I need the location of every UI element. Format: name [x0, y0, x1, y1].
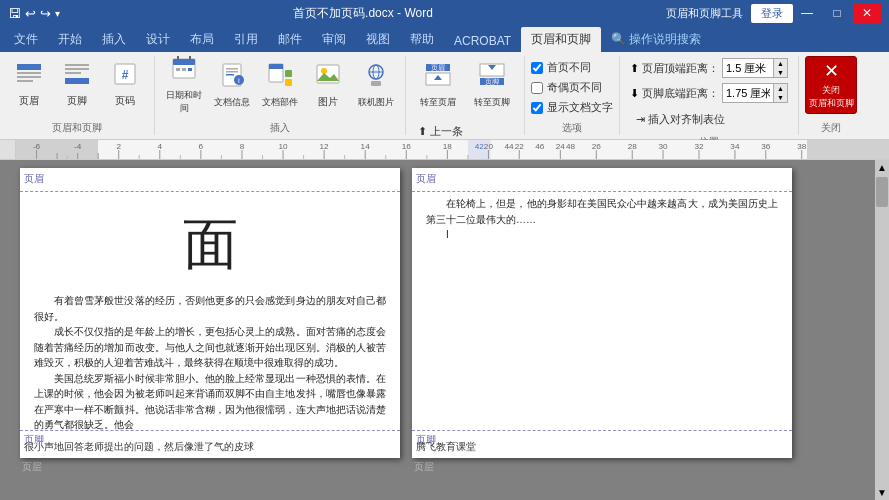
svg-rect-1: [17, 72, 41, 74]
close-window-button[interactable]: ✕: [853, 3, 881, 23]
save-icon[interactable]: 🖫: [8, 6, 21, 21]
odd-even-checkbox[interactable]: [531, 82, 543, 94]
ruler-svg: -6 -4 2 4 6 8 10 12 14: [16, 140, 889, 160]
minimize-button[interactable]: —: [793, 3, 821, 23]
docparts-icon: [266, 62, 294, 94]
page-bottom-icon: ⬇: [630, 87, 639, 100]
page-2-wrapper: 页眉 在轮椅上，但是，他的身影却在美国民众心中越来越高大，成为美国历史上第三十二…: [412, 168, 792, 474]
top-margin-input[interactable]: [723, 59, 773, 77]
group-label-close: 关闭: [805, 119, 857, 135]
show-doc-text-checkbox-row[interactable]: 显示文档文字: [531, 100, 613, 115]
online-image-button[interactable]: 联机图片: [353, 56, 399, 114]
docparts-button[interactable]: 文档部件: [257, 56, 303, 114]
tab-design[interactable]: 设计: [136, 27, 180, 52]
scroll-thumb[interactable]: [876, 177, 888, 207]
tab-search[interactable]: 🔍 操作说明搜索: [601, 27, 711, 52]
svg-text:页眉: 页眉: [431, 64, 445, 72]
align-tab-button[interactable]: ⇥ 插入对齐制表位: [630, 108, 731, 131]
svg-text:#: #: [122, 68, 129, 82]
goto-footer-button[interactable]: 页脚 转至页脚: [466, 56, 518, 114]
show-doc-text-checkbox[interactable]: [531, 102, 543, 114]
page-1-bottom-label: 页层: [20, 460, 400, 474]
tab-ref[interactable]: 引用: [224, 27, 268, 52]
bottom-margin-input[interactable]: [723, 84, 773, 102]
svg-text:22: 22: [515, 142, 525, 151]
docinfo-label: 文档信息: [214, 96, 250, 109]
first-diff-checkbox-row[interactable]: 首页不同: [531, 60, 591, 75]
tab-home[interactable]: 开始: [48, 27, 92, 52]
first-diff-label: 首页不同: [547, 60, 591, 75]
ribbon-group-position-content: ⬆ 页眉顶端距离： ▲ ▼ ⬇ 页脚底端距离： ▲ ▼: [626, 56, 792, 133]
align-tab-label: 插入对齐制表位: [648, 112, 725, 127]
login-button[interactable]: 登录: [751, 4, 793, 23]
first-diff-checkbox[interactable]: [531, 62, 543, 74]
ribbon-group-options-content: 首页不同 奇偶页不同 显示文档文字: [531, 56, 613, 119]
ruler: -6 -4 2 4 6 8 10 12 14: [0, 140, 889, 160]
tab-layout[interactable]: 布局: [180, 27, 224, 52]
page-num-icon: #: [111, 62, 139, 92]
page-num-button[interactable]: # 页码: [102, 56, 148, 114]
image-button[interactable]: 图片: [305, 56, 351, 114]
tab-mail[interactable]: 邮件: [268, 27, 312, 52]
group-label-hf: 页眉和页脚: [6, 119, 148, 135]
svg-text:44: 44: [504, 142, 514, 151]
scroll-up-button[interactable]: ▲: [875, 160, 889, 175]
scroll-down-button[interactable]: ▼: [875, 485, 889, 500]
show-doc-text-label: 显示文档文字: [547, 100, 613, 115]
close-hf-label: 关闭页眉和页脚: [809, 84, 854, 110]
svg-text:i: i: [238, 76, 240, 85]
redo-icon[interactable]: ↪: [40, 6, 51, 21]
page-1-header[interactable]: 页眉: [20, 168, 400, 192]
odd-even-checkbox-row[interactable]: 奇偶页不同: [531, 80, 602, 95]
header-button[interactable]: 页眉: [6, 56, 52, 114]
maximize-button[interactable]: □: [823, 3, 851, 23]
page-2-footer[interactable]: 页脚 腾飞教育课堂: [412, 430, 792, 458]
vertical-scrollbar[interactable]: ▲ ▼: [875, 160, 889, 500]
page-1-line-2: 成长不仅仅指的是年龄上的增长，更包括心灵上的成熟。面对苦痛的态度会随着苦痛经历的…: [34, 324, 386, 371]
top-margin-up[interactable]: ▲: [773, 59, 787, 68]
bottom-margin-row: ⬇ 页脚底端距离： ▲ ▼: [630, 83, 788, 103]
page-2-header[interactable]: 页眉: [412, 168, 792, 192]
tab-review[interactable]: 审阅: [312, 27, 356, 52]
text-cursor: I: [446, 229, 449, 240]
svg-rect-25: [285, 70, 292, 77]
undo-icon[interactable]: ↩: [25, 6, 36, 21]
image-icon: [314, 61, 342, 93]
datetime-button[interactable]: 日期和时间: [161, 56, 207, 114]
tab-header-footer[interactable]: 页眉和页脚: [521, 27, 601, 52]
close-header-footer-button[interactable]: ✕ 关闭页眉和页脚: [805, 56, 857, 114]
page-2: 页眉 在轮椅上，但是，他的身影却在美国民众心中越来越高大，成为美国历史上第三十二…: [412, 168, 792, 458]
odd-even-label: 奇偶页不同: [547, 80, 602, 95]
tab-insert[interactable]: 插入: [92, 27, 136, 52]
svg-text:8: 8: [240, 142, 245, 151]
tab-acrobat[interactable]: ACROBAT: [444, 30, 521, 52]
top-margin-spinners: ▲ ▼: [773, 59, 787, 77]
top-margin-down[interactable]: ▼: [773, 68, 787, 77]
docparts-label: 文档部件: [262, 96, 298, 109]
tab-help[interactable]: 帮助: [400, 27, 444, 52]
bottom-margin-up[interactable]: ▲: [773, 84, 787, 93]
docinfo-button[interactable]: i 文档信息: [209, 56, 255, 114]
goto-footer-label: 转至页脚: [474, 96, 510, 109]
svg-text:-6: -6: [33, 142, 41, 151]
footer-button[interactable]: 页脚: [54, 56, 100, 114]
svg-rect-7: [65, 78, 89, 84]
page-1-footer[interactable]: 页脚 很小声地回答老师提出的问题，然后像泄了气的皮球: [20, 430, 400, 458]
svg-text:24: 24: [556, 142, 566, 151]
svg-rect-24: [269, 64, 283, 69]
svg-text:18: 18: [443, 142, 453, 151]
goto-header-button[interactable]: 页眉 转至页眉: [412, 56, 464, 114]
svg-text:36: 36: [761, 142, 771, 151]
bottom-margin-down[interactable]: ▼: [773, 93, 787, 102]
footer-icon: [63, 62, 91, 92]
svg-text:26: 26: [592, 142, 602, 151]
ribbon-group-options: 首页不同 奇偶页不同 显示文档文字 选项: [525, 56, 620, 135]
tab-view[interactable]: 视图: [356, 27, 400, 52]
svg-rect-20: [226, 74, 234, 76]
docinfo-icon: i: [218, 62, 246, 94]
page-2-content: 在轮椅上，但是，他的身影却在美国民众心中越来越高大，成为美国历史上第三十二位最伟…: [412, 192, 792, 430]
tab-file[interactable]: 文件: [4, 27, 48, 52]
top-margin-row: ⬆ 页眉顶端距离： ▲ ▼: [630, 58, 788, 78]
svg-text:46: 46: [535, 142, 545, 151]
quick-access[interactable]: 🖫 ↩ ↪ ▾: [8, 6, 60, 21]
